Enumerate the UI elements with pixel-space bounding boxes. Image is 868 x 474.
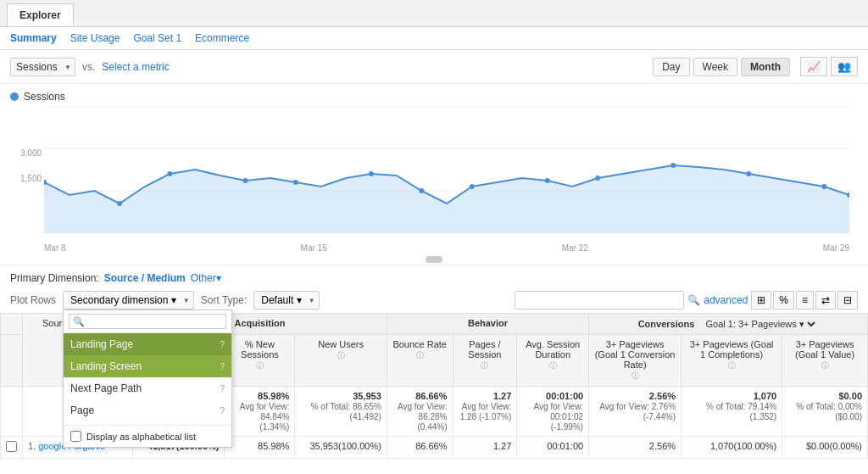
info-icon-next-page[interactable]: ? [220, 384, 225, 393]
dropdown-search-input[interactable] [69, 314, 226, 329]
chart-x-mar29: Mar 29 [823, 243, 849, 253]
th-avg-session: Avg. Session Durationⓘ [517, 335, 589, 387]
svg-point-8 [293, 180, 298, 185]
explorer-tab[interactable]: Explorer [7, 3, 74, 26]
select-metric-link[interactable]: Select a metric [102, 61, 169, 73]
chart-svg [44, 106, 849, 233]
dropdown-item-landing-screen[interactable]: Landing Screen ? [64, 355, 231, 377]
totals-new-users: 35,953 % of Total: 86.65% (41,492) [295, 387, 387, 437]
pivot-btn[interactable]: ⊟ [837, 291, 858, 309]
nav-site-usage[interactable]: Site Usage [70, 32, 120, 44]
svg-point-10 [419, 188, 424, 193]
totals-avg-session: 00:01:00 Avg for View: 00:01:02 (-1.99%) [517, 387, 589, 437]
dropdown-item-landing-page-label: Landing Page [70, 338, 133, 350]
row-completions: 1,070(100.00%) [682, 437, 782, 459]
vs-label: vs. [82, 61, 95, 73]
day-button[interactable]: Day [653, 58, 689, 76]
dropdown-item-next-page-label: Next Page Path [70, 382, 142, 394]
chart-y-high: 3,000 [20, 148, 42, 158]
dropdown-item-page-label: Page [70, 404, 94, 416]
info-icon-landing-page[interactable]: ? [220, 340, 225, 349]
secondary-dim-dropdown: Landing Page ? Landing Screen ? Next Pag… [63, 309, 232, 448]
primary-dim-label: Primary Dimension: [10, 272, 99, 284]
secondary-dim-button[interactable]: Secondary dimension ▾ [63, 291, 194, 309]
totals-checkbox-cell [1, 387, 23, 437]
dropdown-item-page[interactable]: Page ? [64, 399, 231, 421]
other-link[interactable]: Other▾ [191, 272, 221, 284]
info-icon-page[interactable]: ? [220, 406, 225, 415]
table-controls: Plot Rows Secondary dimension ▾ Landing … [0, 287, 868, 313]
row-checkbox-input[interactable] [6, 441, 17, 452]
view-buttons: ⊞ % ≡ ⇄ ⊟ [751, 291, 858, 309]
goal-select[interactable]: Goal 1: 3+ Pageviews ▾ [702, 318, 818, 330]
nav-ecommerce[interactable]: Ecommerce [195, 32, 249, 44]
th-new-users: New Usersⓘ [295, 335, 387, 387]
legend-label: Sessions [24, 91, 65, 103]
dropdown-item-next-page[interactable]: Next Page Path ? [64, 377, 231, 399]
legend-dot [10, 92, 19, 101]
info-icon-landing-screen[interactable]: ? [220, 362, 225, 371]
time-buttons: Day Week Month 📈 👥 [653, 57, 858, 76]
th-checkbox2 [1, 335, 23, 387]
primary-dim-value[interactable]: Source / Medium [104, 272, 186, 284]
row-pages: 1.27 [453, 437, 517, 459]
chart-container [44, 106, 849, 233]
row-new-users: 35,953(100.00%) [295, 437, 387, 459]
row-conv-rate: 2.56% [589, 437, 682, 459]
month-button[interactable]: Month [741, 58, 790, 76]
filter-btn[interactable]: ≡ [796, 291, 814, 309]
table-search-input[interactable] [515, 291, 684, 309]
row-value: $0.00(0.00%) [782, 437, 868, 459]
metric-bar: Sessions vs. Select a metric Day Week Mo… [0, 50, 868, 84]
advanced-link[interactable]: advanced [704, 294, 748, 306]
sort-dropdown-button[interactable]: Default ▾ [253, 291, 319, 309]
th-conversions: Conversions Goal 1: 3+ Pageviews ▾ [589, 314, 868, 335]
svg-point-15 [746, 171, 751, 176]
chart-y-mid: 1,500 [20, 174, 42, 183]
row-avg-session: 00:01:00 [517, 437, 589, 459]
svg-point-11 [470, 184, 475, 189]
sort-type-label: Sort Type: [201, 294, 247, 306]
grid-view-btn[interactable]: ⊞ [751, 291, 771, 309]
nav-summary[interactable]: Summary [10, 32, 57, 44]
dropdown-search-area [64, 310, 231, 333]
percent-view-btn[interactable]: % [773, 291, 794, 309]
svg-point-14 [670, 163, 676, 168]
totals-pages: 1.27 Avg for View: 1.28 (-1.07%) [453, 387, 517, 437]
th-completions: 3+ Pageviews (Goal 1 Completions)ⓘ [682, 335, 782, 387]
search-icon[interactable]: 🔍 [687, 294, 700, 306]
sort-dropdown-wrap: Default ▾ [253, 291, 319, 309]
th-behavior: Behavior [387, 314, 588, 335]
th-pages: Pages / Sessionⓘ [453, 335, 517, 387]
chart-legend: Sessions [10, 91, 858, 103]
svg-point-16 [821, 184, 826, 189]
th-checkbox [1, 314, 23, 335]
totals-pct-new: 85.98% Avg for View: 84.84% (1.34%) [225, 387, 295, 437]
alphabetical-checkbox[interactable] [70, 431, 81, 442]
th-bounce: Bounce Rateⓘ [387, 335, 453, 387]
totals-conv-rate: 2.56% Avg for View: 2.76% (-7.44%) [589, 387, 682, 437]
row-bounce: 86.66% [387, 437, 453, 459]
plot-rows-label: Plot Rows [10, 294, 56, 306]
bar-chart-btn[interactable]: 👥 [831, 57, 858, 76]
line-chart-btn[interactable]: 📈 [800, 57, 827, 76]
totals-completions: 1,070 % of Total: 79.14% (1,352) [682, 387, 782, 437]
primary-dimension-bar: Primary Dimension: Source / Medium Other… [0, 265, 868, 287]
row-checkbox [1, 437, 23, 459]
svg-point-5 [117, 201, 122, 206]
alphabetical-label: Display as alphabetical list [86, 432, 196, 442]
dropdown-checkbox-area: Display as alphabetical list [64, 425, 231, 447]
metric-select[interactable]: Sessions [10, 58, 75, 76]
svg-point-9 [369, 171, 374, 176]
week-button[interactable]: Week [693, 58, 737, 76]
svg-point-13 [595, 176, 600, 181]
metric-select-wrap: Sessions [10, 58, 75, 76]
chart-x-mar22: Mar 22 [562, 243, 588, 253]
compare-btn[interactable]: ⇄ [815, 291, 836, 309]
scroll-indicator[interactable] [426, 256, 442, 263]
nav-goal-set[interactable]: Goal Set 1 [133, 32, 181, 44]
chart-x-labels: Mar 8 Mar 15 Mar 22 Mar 29 [44, 242, 849, 254]
th-conv-rate: 3+ Pageviews (Goal 1 Conversion Rate)ⓘ [589, 335, 682, 387]
dropdown-item-landing-page[interactable]: Landing Page ? [64, 333, 231, 355]
th-value: 3+ Pageviews (Goal 1 Value)ⓘ [782, 335, 868, 387]
